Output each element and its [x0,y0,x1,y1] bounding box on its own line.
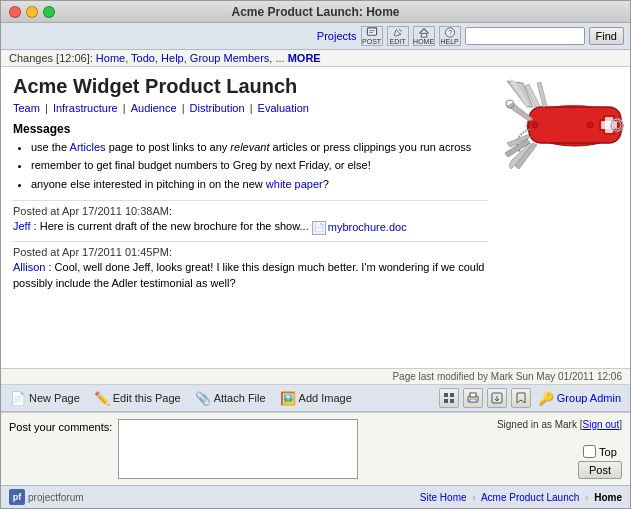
sign-out-link[interactable]: Sign out [583,419,620,430]
page-modified-info: Page last modified by Mark Sun May 01/20… [1,368,630,385]
window-controls [9,6,55,18]
post-2-content: Allison : Cool, well done Jeff, looks gr… [13,260,488,291]
page-nav: Team | Infrastructure | Audience | Distr… [13,102,488,114]
breadcrumb-current: Home [594,492,622,503]
doc-icon: 📄 [312,221,326,235]
post-2-header: Posted at Apr 17/2011 01:45PM: [13,241,488,258]
pf-icon: pf [9,489,25,505]
messages-list: use the Articles page to post links to a… [31,140,488,192]
changes-help-link[interactable]: Help [161,52,184,64]
comment-row: Post your comments: Signed in as Mark [S… [1,412,630,485]
breadcrumb-acme[interactable]: Acme Product Launch [481,492,579,503]
svg-point-16 [587,122,593,128]
changes-home-link[interactable]: Home [96,52,125,64]
attach-icon: 📎 [195,391,211,406]
top-checkbox[interactable] [583,445,596,458]
changes-more-link[interactable]: MORE [288,52,321,64]
nav-evaluation[interactable]: Evaluation [258,102,309,114]
edit-page-button[interactable]: ✏️ Edit this Page [91,390,184,407]
nav-distribution[interactable]: Distribution [190,102,245,114]
svg-rect-19 [444,393,448,397]
find-button[interactable]: Find [589,27,624,45]
svg-text:?: ? [448,28,452,37]
post-1-header: Posted at Apr 17/2011 10:38AM: [13,200,488,217]
list-item: anyone else interested in pitching in on… [31,177,488,192]
post-1-author[interactable]: Jeff [13,220,31,232]
main-area: Acme Widget Product Launch Team | Infras… [1,67,630,508]
projects-nav-link[interactable]: Projects [317,30,357,42]
page-title: Acme Widget Product Launch [13,75,488,98]
changes-label: Changes [12:06]: [9,52,96,64]
export-icon-btn[interactable] [487,388,507,408]
post-1-content: Jeff : Here is current draft of the new … [13,219,488,235]
product-image-panel [500,67,630,368]
add-image-icon: 🖼️ [280,391,296,406]
signed-in-text: Signed in as Mark [Sign out] [497,419,622,430]
changes-todo-link[interactable]: Todo [131,52,155,64]
pf-logo-text: projectforum [28,492,84,503]
attach-file-button[interactable]: 📎 Attach File [192,390,269,407]
svg-rect-24 [470,393,476,397]
svg-point-15 [532,122,538,128]
messages-section-title: Messages [13,122,488,136]
bookmark-icon-btn[interactable] [511,388,531,408]
window-title: Acme Product Launch: Home [231,5,399,19]
svg-rect-20 [450,393,454,397]
title-bar: Acme Product Launch: Home [1,1,630,23]
nav-team[interactable]: Team [13,102,40,114]
breadcrumb: Site Home › Acme Product Launch › Home [420,492,622,503]
changes-groupmembers-link[interactable]: Group Members [190,52,269,64]
post-icon-btn[interactable]: POST [361,26,383,46]
new-page-button[interactable]: 📄 New Page [7,390,83,407]
post-2-author[interactable]: Allison [13,261,45,273]
whitepaper-link[interactable]: white paper [266,178,323,190]
admin-icon: 🔑 [538,391,554,406]
svg-rect-25 [470,399,476,402]
nav-infrastructure[interactable]: Infrastructure [53,102,118,114]
post-submit-button[interactable]: Post [578,461,622,479]
comment-label: Post your comments: [9,419,112,433]
action-toolbar-right: 🔑 Group Admin [439,388,624,408]
breadcrumb-site-home[interactable]: Site Home [420,492,467,503]
projectforum-logo: pf projectforum [9,489,84,505]
close-button[interactable] [9,6,21,18]
nav-icon-group: POST EDIT HOME ? HELP [361,26,461,46]
edit-page-icon: ✏️ [94,391,110,406]
svg-rect-0 [367,28,376,35]
articles-link[interactable]: Articles [70,141,106,153]
svg-rect-21 [444,399,448,403]
svg-rect-22 [450,399,454,403]
grid-icon-btn[interactable] [439,388,459,408]
top-checkbox-label: Top [583,445,617,458]
edit-icon-btn[interactable]: EDIT [387,26,409,46]
new-page-icon: 📄 [10,391,26,406]
add-image-button[interactable]: 🖼️ Add Image [277,390,355,407]
home-icon-btn[interactable]: HOME [413,26,435,46]
svg-line-3 [399,29,402,32]
nav-audience[interactable]: Audience [131,102,177,114]
top-toolbar: Projects POST EDIT HOME ? HELP Find [1,23,630,50]
search-input[interactable] [465,27,585,45]
print-icon-btn[interactable] [463,388,483,408]
minimize-button[interactable] [26,6,38,18]
svg-rect-4 [421,33,427,37]
comment-textarea[interactable] [118,419,358,479]
list-item: use the Articles page to post links to a… [31,140,488,155]
maximize-button[interactable] [43,6,55,18]
doc-link[interactable]: mybrochure.doc [328,220,407,235]
help-icon-btn[interactable]: ? HELP [439,26,461,46]
changes-bar: Changes [12:06]: Home, Todo, Help, Group… [1,50,630,67]
content-pane: Acme Widget Product Launch Team | Infras… [1,67,500,368]
product-image [505,71,625,181]
bottom-bar: pf projectforum Site Home › Acme Product… [1,485,630,508]
group-admin-button[interactable]: 🔑 Group Admin [535,390,624,407]
action-toolbar: 📄 New Page ✏️ Edit this Page 📎 Attach Fi… [1,385,630,412]
list-item: remember to get final budget numbers to … [31,158,488,173]
